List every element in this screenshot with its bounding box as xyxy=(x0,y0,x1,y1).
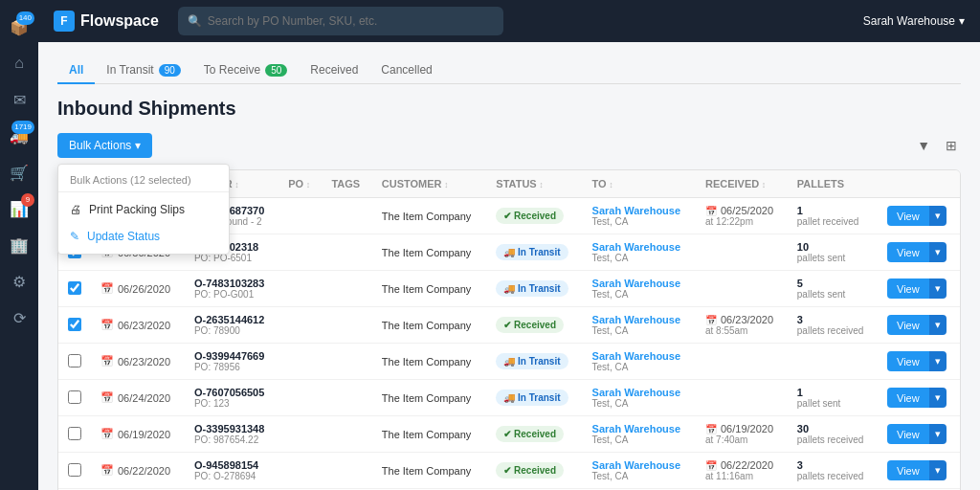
row-checkbox[interactable] xyxy=(68,281,81,295)
row-checkbox[interactable] xyxy=(68,427,81,440)
topnav: F Flowspace 🔍 Sarah Warehouse ▾ xyxy=(38,0,980,42)
row-order-cell: O-2635144612 PO: 78900 xyxy=(185,307,278,344)
col-received[interactable]: RECEIVED xyxy=(696,170,788,198)
sidebar-item-settings[interactable]: ⚙ xyxy=(2,264,36,299)
row-checkbox-cell[interactable] xyxy=(58,344,91,380)
row-order-cell: O-7607056505 PO: 123 xyxy=(185,380,278,416)
view-button[interactable]: View xyxy=(887,460,929,480)
view-button[interactable]: View xyxy=(887,388,929,408)
row-order-num: O-7607056505 xyxy=(194,387,269,398)
row-po-cell xyxy=(278,416,322,453)
calendar-icon: 📅 xyxy=(100,428,114,440)
row-date: 06/23/2020 xyxy=(118,320,170,331)
view-button[interactable]: View xyxy=(887,424,929,444)
row-to-sub: Test, CA xyxy=(592,216,686,227)
row-received-time: at 12:22pm xyxy=(705,216,778,227)
col-status[interactable]: STATUS xyxy=(486,170,582,198)
tab-all[interactable]: All xyxy=(57,57,95,84)
col-pallets: PALLETS xyxy=(788,170,878,198)
view-button[interactable]: View xyxy=(887,206,929,226)
row-received-cell xyxy=(696,271,788,307)
sidebar-item-box[interactable]: 📦 140 xyxy=(2,10,36,44)
logo-icon: F xyxy=(54,11,75,32)
sidebar-item-integration[interactable]: ⟳ xyxy=(2,301,36,335)
row-checkbox-cell[interactable] xyxy=(58,380,91,416)
view-dropdown-button[interactable]: ▾ xyxy=(929,351,947,371)
columns-button[interactable]: ⊞ xyxy=(942,134,961,157)
edit-icon: ✎ xyxy=(70,230,79,243)
bulk-actions-button[interactable]: Bulk Actions ▾ xyxy=(57,133,152,158)
dropdown-item-print[interactable]: 🖨 Print Packing Slips xyxy=(58,196,229,223)
row-checkbox[interactable] xyxy=(68,390,81,404)
view-dropdown-button[interactable]: ▾ xyxy=(929,388,947,408)
calendar-icon: 📅 xyxy=(100,282,114,295)
row-received-cell: 📅 06/19/2020 at 7:40am xyxy=(696,416,788,453)
row-order-num: O-945898154 xyxy=(194,459,269,471)
row-to-sub: Test, CA xyxy=(592,325,686,336)
row-checkbox[interactable] xyxy=(68,354,81,368)
row-received-date: 📅 06/22/2020 xyxy=(705,459,778,471)
sidebar-item-cart[interactable]: 🛒 xyxy=(2,155,36,189)
user-menu[interactable]: Sarah Warehouse ▾ xyxy=(863,14,965,28)
search-bar[interactable]: 🔍 xyxy=(178,7,503,35)
view-button[interactable]: View xyxy=(887,351,929,371)
row-date-cell: 📅 06/23/2020 xyxy=(91,307,185,344)
col-customer[interactable]: CUSTOMER xyxy=(372,170,487,198)
mail-icon: ✉ xyxy=(13,91,26,109)
view-button[interactable]: View xyxy=(887,315,929,335)
truck-badge: 1719 xyxy=(11,121,34,134)
view-dropdown-button[interactable]: ▾ xyxy=(929,242,947,262)
tab-received[interactable]: Received xyxy=(299,57,369,84)
row-po-inline: PO: 987654.22 xyxy=(194,434,269,445)
tab-in-transit[interactable]: In Transit 90 xyxy=(95,57,191,84)
search-icon: 🔍 xyxy=(188,14,202,28)
sidebar-item-building[interactable]: 🏢 xyxy=(2,228,36,262)
row-received-cell: 📅 06/25/2020 at 12:22pm xyxy=(696,198,788,234)
tab-to-receive[interactable]: To Receive 50 xyxy=(192,57,300,84)
row-checkbox-cell[interactable] xyxy=(58,416,91,453)
row-checkbox[interactable] xyxy=(68,318,81,331)
row-to-name: Sarah Warehouse xyxy=(592,459,686,471)
row-status-cell: 🚚 In Transit xyxy=(486,380,582,416)
row-actions-cell: View ▾ xyxy=(878,453,960,489)
row-status-cell: ✔ Received xyxy=(486,453,582,489)
search-input[interactable] xyxy=(208,14,494,28)
col-to[interactable]: TO xyxy=(583,170,696,198)
status-badge: 🚚 In Transit xyxy=(496,353,568,369)
row-po-inline: PO: O-278694 xyxy=(194,471,269,481)
user-name: Sarah Warehouse xyxy=(863,14,955,28)
sidebar-item-chart[interactable]: 📊 9 xyxy=(2,191,36,226)
row-tags-cell xyxy=(322,380,371,416)
row-received-cell xyxy=(696,380,788,416)
row-checkbox-cell[interactable] xyxy=(58,271,91,307)
sidebar-item-home[interactable]: ⌂ xyxy=(2,46,36,80)
view-dropdown-button[interactable]: ▾ xyxy=(929,424,947,444)
row-status-cell: 🚚 In Transit xyxy=(486,344,582,380)
row-received-cell: 📅 06/22/2020 at 11:16am xyxy=(696,453,788,489)
status-badge: 🚚 In Transit xyxy=(496,280,568,297)
view-dropdown-button[interactable]: ▾ xyxy=(929,278,947,299)
sidebar-item-truck[interactable]: 🚚 1719 xyxy=(2,119,36,153)
row-received-cell xyxy=(696,344,788,380)
col-po[interactable]: PO xyxy=(278,170,322,198)
row-to-name: Sarah Warehouse xyxy=(592,241,686,253)
view-dropdown-button[interactable]: ▾ xyxy=(929,315,947,335)
row-checkbox[interactable] xyxy=(68,463,81,477)
view-button[interactable]: View xyxy=(887,278,929,299)
row-received-date: 📅 06/23/2020 xyxy=(705,314,778,325)
dropdown-arrow-icon: ▾ xyxy=(135,139,141,152)
row-checkbox-cell[interactable] xyxy=(58,307,91,344)
view-button[interactable]: View xyxy=(887,242,929,262)
dropdown-item-update-status[interactable]: ✎ Update Status xyxy=(58,223,229,250)
row-view-btn-group: View ▾ xyxy=(887,278,950,299)
view-dropdown-button[interactable]: ▾ xyxy=(929,206,947,226)
row-actions-cell: View ▾ xyxy=(878,234,960,271)
sidebar-item-mail[interactable]: ✉ xyxy=(2,82,36,117)
tab-cancelled[interactable]: Cancelled xyxy=(369,57,443,84)
app-name: Flowspace xyxy=(80,12,159,30)
status-badge: ✔ Received xyxy=(496,426,564,442)
view-dropdown-button[interactable]: ▾ xyxy=(929,460,947,480)
row-actions-cell: View ▾ xyxy=(878,380,960,416)
row-checkbox-cell[interactable] xyxy=(58,453,91,489)
filter-button[interactable]: ▼ xyxy=(913,134,934,157)
